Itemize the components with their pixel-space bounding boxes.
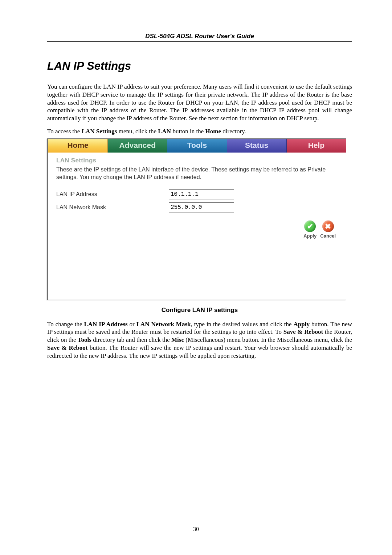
tab-advanced-label: Advanced	[119, 141, 156, 149]
apply-check-icon: ✔	[304, 220, 316, 232]
text-bold: Apply	[294, 321, 310, 328]
ui-content-panel: LAN Settings These are the IP settings o…	[48, 153, 346, 300]
page-number: 30	[44, 525, 348, 532]
text-bold: Misc	[171, 336, 184, 343]
text-fragment: button. The Router will save the new IP …	[47, 344, 352, 359]
ui-description: These are the IP settings of the LAN int…	[56, 166, 338, 181]
figure-caption: Configure LAN IP settings	[47, 307, 352, 314]
text-bold: LAN Network Mask	[136, 321, 191, 328]
text-bold-home: Home	[205, 128, 221, 135]
input-lan-ip[interactable]	[169, 189, 234, 199]
text-fragment: (Miscellaneous) menu button. In the Misc…	[184, 336, 352, 343]
text-bold: Save & Reboot	[283, 328, 323, 335]
intro-paragraph: You can configure the LAN IP address to …	[47, 83, 352, 122]
text-fragment: directory.	[221, 128, 246, 135]
text-bold-lan: LAN	[158, 128, 171, 135]
text-fragment: , type in the desired values and click t…	[191, 321, 293, 328]
tab-bar: Home Advanced Tools Status Help	[48, 139, 346, 153]
ui-section-title: LAN Settings	[56, 157, 338, 164]
cancel-x-icon: ✖	[322, 220, 334, 232]
access-instruction: To access the LAN Settings menu, click t…	[47, 127, 352, 135]
cancel-button[interactable]: ✖ Cancel	[320, 220, 336, 239]
text-fragment: directory tab and then click the	[91, 336, 171, 343]
tab-tools-label: Tools	[187, 141, 207, 149]
apply-button-label: Apply	[303, 233, 317, 239]
text-fragment: or	[128, 321, 136, 328]
text-fragment: To access the	[47, 128, 82, 135]
tab-home-label: Home	[67, 141, 88, 149]
page-header-title: DSL-504G ADSL Router User's Guide	[47, 33, 352, 41]
text-bold: Tools	[78, 336, 91, 343]
router-ui-screenshot: Home Advanced Tools Status Help LAN Sett…	[47, 138, 346, 300]
action-buttons: ✔ Apply ✖ Cancel	[56, 220, 338, 239]
text-fragment: To change the	[47, 321, 84, 328]
label-lan-mask: LAN Network Mask	[56, 204, 169, 211]
text-fragment: menu, click the	[117, 128, 158, 135]
tab-advanced[interactable]: Advanced	[108, 139, 167, 153]
text-bold: Save & Reboot	[47, 344, 87, 351]
tab-home[interactable]: Home	[48, 139, 108, 153]
row-lan-mask: LAN Network Mask	[56, 202, 338, 212]
apply-button[interactable]: ✔ Apply	[303, 220, 317, 239]
tab-help[interactable]: Help	[287, 139, 346, 153]
text-bold-lan-settings: LAN Settings	[82, 128, 117, 135]
tab-help-label: Help	[308, 141, 325, 149]
instructions-paragraph: To change the LAN IP Address or LAN Netw…	[47, 320, 352, 360]
tab-tools[interactable]: Tools	[167, 139, 227, 153]
section-heading-lan-ip: LAN IP Settings	[47, 60, 352, 73]
text-bold: LAN IP Address	[84, 321, 128, 328]
tab-status[interactable]: Status	[227, 139, 287, 153]
cancel-button-label: Cancel	[320, 233, 336, 239]
label-lan-ip: LAN IP Address	[56, 191, 169, 198]
input-lan-mask[interactable]	[169, 202, 234, 212]
row-lan-ip: LAN IP Address	[56, 189, 338, 199]
header-rule	[47, 41, 352, 42]
text-fragment: button in the	[171, 128, 205, 135]
tab-status-label: Status	[245, 141, 268, 149]
